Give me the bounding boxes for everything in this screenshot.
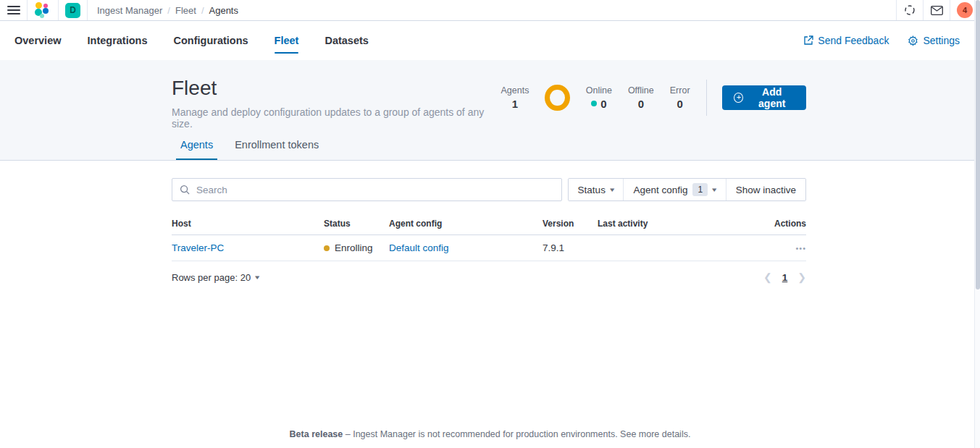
enrolling-status-dot: [324, 245, 330, 251]
breadcrumb-separator: /: [167, 5, 170, 16]
table-row: Traveler-PC Enrolling Default config 7.9…: [172, 235, 806, 261]
column-last-activity: Last activity: [598, 219, 721, 229]
page-subtitle: Manage and deploy configuration updates …: [172, 106, 501, 130]
column-version: Version: [543, 219, 598, 229]
stat-online: Online 0: [586, 85, 612, 110]
row-actions-button[interactable]: •••: [721, 244, 806, 253]
subtab-enrollment-tokens[interactable]: Enrollment tokens: [235, 139, 319, 160]
show-inactive-toggle[interactable]: Show inactive: [726, 179, 805, 200]
see-more-details-link[interactable]: See more details.: [620, 429, 690, 439]
breadcrumb-agents: Agents: [209, 5, 238, 16]
chevron-down-icon: ▾: [255, 274, 259, 281]
add-agent-button[interactable]: + Add agent: [722, 85, 806, 110]
chevron-down-icon: ▾: [610, 186, 614, 193]
app-nav: Overview Integrations Configurations Fle…: [0, 21, 980, 60]
online-dot: [591, 101, 597, 106]
search-input[interactable]: [196, 185, 554, 195]
agents-donut-chart: [545, 85, 569, 111]
divider: [950, 0, 950, 20]
fleet-subtabs: Agents Enrollment tokens: [180, 139, 319, 160]
page-title: Fleet: [172, 76, 501, 101]
agent-config-link[interactable]: Default config: [389, 242, 543, 253]
beta-release-label: Beta release: [290, 429, 343, 439]
beta-release-notice: Beta release – Ingest Manager is not rec…: [0, 429, 980, 439]
help-icon[interactable]: [903, 4, 916, 17]
tab-overview[interactable]: Overview: [14, 22, 62, 59]
divider: [923, 0, 924, 20]
external-link-icon: [803, 35, 813, 46]
fleet-header: Fleet Manage and deploy configuration up…: [0, 60, 980, 161]
filter-group: Status ▾ Agent config 1 ▾ Show inactive: [568, 178, 806, 201]
gear-icon: [908, 35, 918, 46]
tab-integrations[interactable]: Integrations: [88, 22, 148, 59]
table-header-row: Host Status Agent config Version Last ac…: [172, 214, 806, 235]
elastic-logo-icon[interactable]: [34, 1, 51, 19]
breadcrumb-ingest-manager[interactable]: Ingest Manager: [97, 5, 162, 16]
next-page-icon[interactable]: ❯: [797, 271, 806, 283]
fleet-title-block: Fleet Manage and deploy configuration up…: [172, 76, 501, 130]
divider: [58, 0, 59, 20]
rows-per-page-selector[interactable]: Rows per page: 20 ▾: [172, 272, 259, 283]
subtab-agents[interactable]: Agents: [180, 139, 213, 160]
column-status: Status: [324, 219, 389, 229]
tab-datasets[interactable]: Datasets: [324, 22, 368, 59]
alerts-badge[interactable]: 4: [957, 2, 973, 18]
agents-panel: Status ▾ Agent config 1 ▾ Show inactive …: [0, 161, 980, 283]
divider: [87, 0, 88, 20]
search-box: [172, 178, 562, 201]
column-agent-config: Agent config: [389, 219, 543, 229]
agent-host-link[interactable]: Traveler-PC: [172, 242, 324, 253]
filter-count-badge: 1: [692, 183, 708, 197]
agents-toolbar: Status ▾ Agent config 1 ▾ Show inactive: [172, 178, 806, 201]
divider: [27, 0, 28, 20]
paginator: ❮ 1 ❯: [763, 271, 806, 283]
breadcrumb-fleet[interactable]: Fleet: [175, 5, 196, 16]
page-number[interactable]: 1: [782, 272, 788, 283]
agent-stats: Agents 1 Online 0 Offline 0 Error 0 + Ad…: [501, 80, 807, 116]
plus-circle-icon: +: [734, 93, 743, 103]
stat-agents: Agents 1: [501, 85, 529, 110]
newsfeed-icon[interactable]: [930, 4, 943, 17]
tab-fleet[interactable]: Fleet: [275, 22, 299, 59]
agents-table: Host Status Agent config Version Last ac…: [172, 214, 806, 261]
divider: [706, 80, 707, 116]
search-icon: [180, 185, 190, 195]
agent-version: 7.9.1: [543, 242, 598, 253]
table-footer: Rows per page: 20 ▾ ❮ 1 ❯: [172, 271, 806, 283]
breadcrumb-separator: /: [201, 5, 204, 16]
chevron-down-icon: ▾: [712, 186, 716, 193]
top-bar: D Ingest Manager / Fleet / Agents 4: [0, 0, 980, 21]
scrollbar-thumb[interactable]: [976, 0, 980, 289]
column-actions: Actions: [721, 219, 806, 229]
divider: [896, 0, 897, 20]
tab-configurations[interactable]: Configurations: [173, 22, 248, 59]
space-avatar[interactable]: D: [65, 3, 80, 18]
menu-icon[interactable]: [7, 6, 20, 15]
previous-page-icon[interactable]: ❮: [763, 271, 772, 283]
vertical-scrollbar[interactable]: [974, 0, 980, 448]
settings-link[interactable]: Settings: [908, 35, 960, 46]
stat-error: Error 0: [670, 85, 690, 110]
send-feedback-link[interactable]: Send Feedback: [803, 35, 889, 46]
column-host: Host: [172, 219, 324, 229]
agent-config-filter-button[interactable]: Agent config 1 ▾: [624, 179, 726, 200]
stat-offline: Offline 0: [628, 85, 654, 110]
status-filter-button[interactable]: Status ▾: [569, 179, 624, 200]
agent-status: Enrolling: [324, 242, 389, 253]
breadcrumb: Ingest Manager / Fleet / Agents: [97, 5, 238, 16]
